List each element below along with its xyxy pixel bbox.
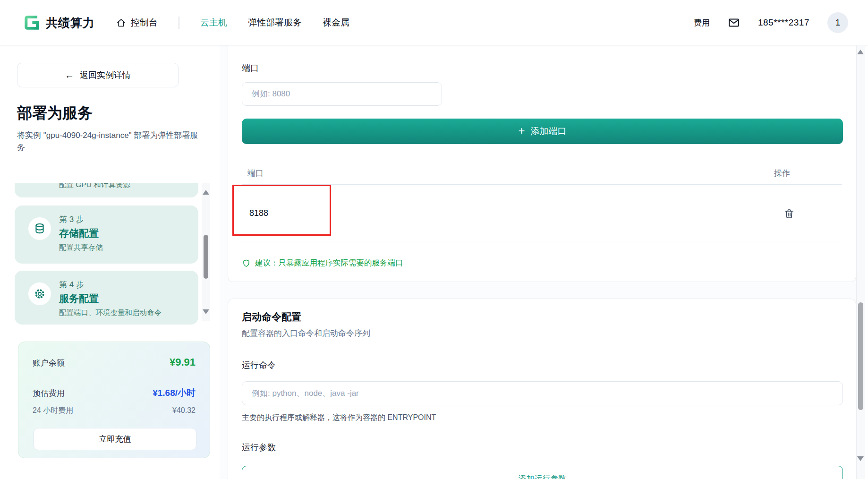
- command-section-subtitle: 配置容器的入口命令和启动命令序列: [242, 328, 842, 339]
- step-desc: 配置 GPU 和计算资源: [59, 183, 198, 190]
- balance-label: 账户余额: [33, 358, 65, 368]
- daily-cost-row: 24 小时费用 ¥40.32: [33, 406, 196, 416]
- ports-table: 端口 操作 8188: [242, 161, 842, 242]
- main-nav: 控制台 云主机 弹性部署服务 裸金属: [116, 0, 349, 45]
- daily-cost-value: ¥40.32: [172, 406, 196, 415]
- step-card-compute-clipped[interactable]: 配置 GPU 和计算资源: [15, 183, 198, 197]
- scroll-up-icon[interactable]: [203, 190, 209, 195]
- brand-name: 共绩算力: [46, 15, 95, 31]
- avatar[interactable]: 1: [827, 12, 848, 33]
- run-command-help: 主要的执行程序或解释器，这将作为容器的 ENTRYPOINT: [242, 413, 842, 423]
- avatar-text: 1: [835, 18, 840, 28]
- port-column-header: 端口: [242, 161, 264, 184]
- home-icon: [116, 18, 126, 28]
- port-input[interactable]: [242, 82, 442, 106]
- brand-logo-icon: [22, 14, 40, 32]
- steps-scrollbar[interactable]: [202, 183, 210, 321]
- balance-card: 账户余额 ¥9.91 预估费用 ¥1.68/小时 24 小时费用 ¥40.32 …: [18, 342, 210, 458]
- add-port-label: 添加端口: [531, 125, 567, 137]
- billing-link[interactable]: 费用: [694, 17, 710, 28]
- port-field-label: 端口: [242, 62, 842, 74]
- run-command-input[interactable]: [242, 381, 843, 405]
- gear-icon: [34, 288, 46, 300]
- brand-logo[interactable]: 共绩算力: [22, 0, 95, 45]
- daily-cost-label: 24 小时费用: [33, 406, 73, 416]
- start-command-card: 启动命令配置 配置容器的入口命令和启动命令序列 运行命令 主要的执行程序或解释器…: [228, 299, 856, 479]
- nav-item-cloud-host[interactable]: 云主机: [200, 17, 227, 29]
- scroll-down-icon[interactable]: [857, 456, 864, 461]
- step-icon-circle: [28, 282, 51, 305]
- action-column-header: 操作: [774, 161, 842, 184]
- page-scrollbar-thumb[interactable]: [858, 302, 863, 410]
- main-content: 端口 + 添加端口 端口 操作 8188: [220, 45, 856, 479]
- estimate-row: 预估费用 ¥1.68/小时: [33, 387, 196, 399]
- estimate-value: ¥1.68/小时: [153, 387, 196, 399]
- step-number: 第 4 步: [59, 279, 162, 290]
- run-args-label: 运行参数: [242, 442, 842, 453]
- nav-divider: [179, 17, 179, 29]
- messages-button[interactable]: [728, 17, 740, 29]
- step-title: 存储配置: [59, 227, 103, 240]
- top-navbar: 共绩算力 控制台 云主机 弹性部署服务 裸金属 费用 185****2317: [0, 0, 868, 45]
- user-phone: 185****2317: [758, 17, 809, 28]
- step-texts: 第 4 步 服务配置 配置端口、环境变量和启动命令: [59, 279, 162, 318]
- recharge-button[interactable]: 立即充值: [34, 428, 196, 450]
- balance-value: ¥9.91: [170, 356, 196, 368]
- step-number: 第 3 步: [59, 214, 103, 225]
- left-arrow-icon: ←: [65, 70, 74, 80]
- scroll-up-icon[interactable]: [857, 50, 864, 54]
- back-to-instance-button[interactable]: ← 返回实例详情: [17, 63, 179, 87]
- nav-item-console[interactable]: 控制台: [116, 17, 158, 29]
- database-icon: [34, 222, 46, 235]
- plus-icon: +: [518, 125, 525, 137]
- add-port-button[interactable]: + 添加端口: [242, 119, 843, 144]
- port-tip-text: 建议：只暴露应用程序实际需要的服务端口: [255, 258, 403, 268]
- page-scrollbar[interactable]: [856, 45, 865, 479]
- shield-icon: [242, 259, 251, 268]
- step-card-service[interactable]: 第 4 步 服务配置 配置端口、环境变量和启动命令: [15, 271, 198, 325]
- sidebar: ← 返回实例详情 部署为服务 将实例 "gpu-4090-24g-instanc…: [0, 45, 220, 479]
- step-desc: 配置端口、环境变量和启动命令: [59, 308, 162, 318]
- header-right: 费用 185****2317 1: [694, 0, 848, 45]
- add-run-arg-button[interactable]: 添加运行参数: [242, 466, 843, 479]
- steps-scrollbar-thumb[interactable]: [204, 235, 208, 279]
- envelope-icon: [728, 17, 740, 29]
- back-button-label: 返回实例详情: [80, 69, 131, 81]
- delete-port-button[interactable]: [783, 207, 796, 220]
- page: 共绩算力 控制台 云主机 弹性部署服务 裸金属 费用 185****2317: [0, 0, 868, 479]
- steps-list: 配置 GPU 和计算资源 第 3 步 存储配置 配置共享存储: [15, 183, 210, 321]
- step-icon-circle: [28, 217, 51, 240]
- trash-icon: [783, 208, 795, 219]
- ports-section-card: 端口 + 添加端口 端口 操作 8188: [228, 45, 856, 282]
- page-subtitle: 将实例 "gpu-4090-24g-instance" 部署为弹性部署服务: [17, 129, 206, 154]
- estimate-label: 预估费用: [33, 388, 65, 399]
- step-texts: 第 3 步 存储配置 配置共享存储: [59, 214, 103, 253]
- nav-item-elastic-deploy[interactable]: 弹性部署服务: [248, 17, 302, 29]
- nav-item-bare-metal[interactable]: 裸金属: [323, 17, 349, 29]
- page-title: 部署为服务: [17, 103, 93, 124]
- command-section-title: 启动命令配置: [242, 310, 842, 324]
- balance-row: 账户余额 ¥9.91: [33, 356, 196, 368]
- table-row: 8188: [242, 185, 842, 242]
- port-tip: 建议：只暴露应用程序实际需要的服务端口: [242, 258, 842, 268]
- ports-table-header: 端口 操作: [242, 161, 842, 185]
- step-card-storage[interactable]: 第 3 步 存储配置 配置共享存储: [15, 205, 198, 264]
- step-desc: 配置共享存储: [59, 243, 103, 253]
- run-command-label: 运行命令: [242, 359, 842, 371]
- step-title: 服务配置: [59, 292, 162, 305]
- port-cell: 8188: [242, 208, 268, 218]
- scroll-down-icon[interactable]: [203, 309, 209, 314]
